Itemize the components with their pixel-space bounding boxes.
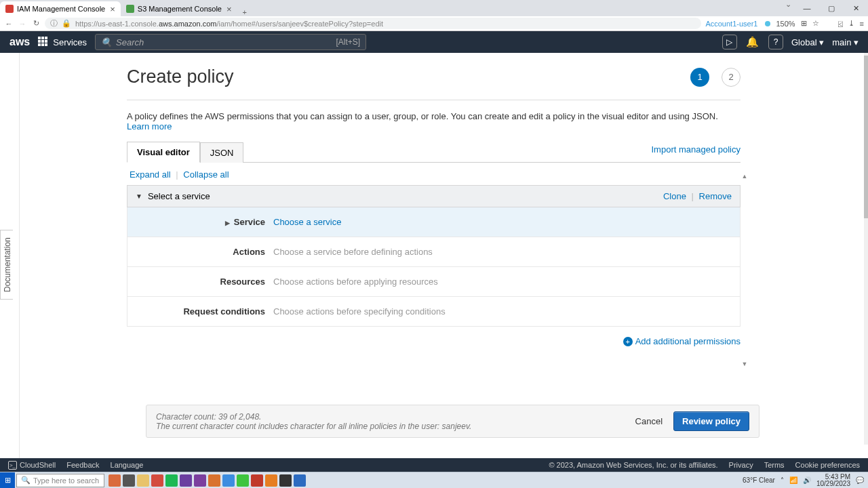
services-label: Services bbox=[53, 37, 87, 47]
cloudshell-icon[interactable]: ▷ bbox=[722, 35, 737, 49]
resources-row: Resources Choose actions before applying… bbox=[127, 267, 741, 297]
clone-link[interactable]: Clone bbox=[663, 191, 686, 201]
aws-footer: >_CloudShell Feedback Language © 2023, A… bbox=[0, 458, 868, 472]
clock[interactable]: 5:43 PM10/29/2023 bbox=[816, 474, 850, 487]
site-info-icon[interactable]: ⓘ bbox=[50, 18, 58, 28]
chevron-down-icon[interactable]: ⌄ bbox=[781, 0, 795, 16]
start-button[interactable]: ⊞ bbox=[0, 472, 15, 489]
privacy-link[interactable]: Privacy bbox=[729, 461, 753, 469]
conditions-value: Choose actions before specifying conditi… bbox=[273, 306, 446, 317]
cancel-button[interactable]: Cancel bbox=[635, 416, 663, 426]
wifi-icon[interactable]: 📶 bbox=[789, 476, 797, 484]
search-placeholder: Search bbox=[116, 37, 144, 47]
taskbar-app-icon[interactable] bbox=[208, 474, 220, 487]
main-content: Create policy 1 2 A policy defines the A… bbox=[19, 53, 864, 458]
search-icon: 🔍 bbox=[21, 476, 31, 485]
caret-right-icon: ▶ bbox=[225, 220, 230, 226]
taskbar-apps bbox=[108, 474, 306, 487]
taskbar-app-icon[interactable] bbox=[279, 474, 292, 487]
taskbar-search[interactable]: 🔍Type here to search bbox=[16, 474, 104, 487]
section-header[interactable]: ▼ Select a service Clone | Remove bbox=[127, 185, 741, 207]
service-row[interactable]: ▶Service Choose a service bbox=[127, 207, 741, 237]
actions-value: Choose a service before defining actions bbox=[273, 247, 433, 257]
tab-visual-editor[interactable]: Visual editor bbox=[127, 142, 200, 163]
region-selector[interactable]: Global ▾ bbox=[791, 37, 824, 47]
user-menu[interactable]: main ▾ bbox=[832, 37, 859, 47]
taskbar-app-icon[interactable] bbox=[108, 474, 121, 487]
menu-icon[interactable]: ≡ bbox=[860, 20, 864, 28]
services-menu[interactable]: Services bbox=[38, 37, 87, 47]
footer-action-bar: Character count: 39 of 2,048. The curren… bbox=[146, 405, 760, 438]
forward-button[interactable]: → bbox=[18, 19, 27, 28]
aws-logo[interactable]: aws bbox=[9, 36, 30, 48]
address-input[interactable]: ⓘ 🔒 https://us-east-1.console.aws.amazon… bbox=[45, 18, 701, 29]
close-window-button[interactable]: ✕ bbox=[844, 0, 868, 16]
back-button[interactable]: ← bbox=[4, 19, 14, 28]
language-link[interactable]: Language bbox=[111, 461, 144, 469]
taskbar-app-icon[interactable] bbox=[251, 474, 263, 487]
taskbar-app-icon[interactable] bbox=[294, 474, 306, 487]
account-label[interactable]: Account1-user1 bbox=[705, 20, 757, 28]
documentation-tab[interactable]: Documentation bbox=[0, 230, 13, 300]
service-label: Service bbox=[234, 217, 265, 227]
browser-address-bar: ← → ↻ ⓘ 🔒 https://us-east-1.console.aws.… bbox=[0, 16, 868, 31]
feedback-link[interactable]: Feedback bbox=[66, 461, 99, 469]
account-indicator-icon bbox=[765, 21, 770, 26]
reload-button[interactable]: ↻ bbox=[31, 19, 41, 28]
header-search[interactable]: 🔍 Search [Alt+S] bbox=[95, 34, 366, 50]
tab-json[interactable]: JSON bbox=[200, 142, 244, 163]
notifications-tray-icon[interactable]: 💬 bbox=[856, 476, 864, 484]
taskbar-tray: 63°F Clear ˄ 📶 🔊 5:43 PM10/29/2023 💬 bbox=[743, 474, 868, 487]
search-kbd-hint: [Alt+S] bbox=[336, 37, 360, 47]
install-icon[interactable]: ⤓ bbox=[848, 19, 854, 28]
taskbar-app-icon[interactable] bbox=[123, 474, 135, 487]
page-scrollbar[interactable] bbox=[864, 53, 868, 445]
minimize-button[interactable]: — bbox=[795, 0, 819, 16]
window-controls: ⌄ — ▢ ✕ bbox=[781, 0, 868, 16]
terms-link[interactable]: Terms bbox=[764, 461, 785, 469]
browser-tab-s3[interactable]: S3 Management Console × bbox=[121, 1, 237, 16]
panel-scrollbar[interactable]: ▲▼ bbox=[741, 173, 749, 367]
reader-icon[interactable]: ⍃ bbox=[838, 20, 843, 28]
close-tab-icon[interactable]: × bbox=[110, 4, 115, 14]
new-tab-button[interactable]: + bbox=[237, 8, 252, 16]
import-managed-policy-link[interactable]: Import managed policy bbox=[651, 144, 741, 159]
weather-widget[interactable]: 63°F Clear bbox=[743, 476, 775, 484]
cookie-link[interactable]: Cookie preferences bbox=[795, 461, 860, 469]
page-description: A policy defines the AWS permissions tha… bbox=[127, 111, 741, 131]
notifications-icon[interactable]: 🔔 bbox=[745, 35, 760, 49]
extensions-icon[interactable]: ⊞ bbox=[801, 19, 807, 28]
char-count-text: Character count: 39 of 2,048. The curren… bbox=[156, 412, 471, 431]
review-policy-button[interactable]: Review policy bbox=[673, 411, 749, 431]
taskbar-app-icon[interactable] bbox=[180, 474, 192, 487]
step-2[interactable]: 2 bbox=[722, 68, 741, 87]
taskbar-app-icon[interactable] bbox=[137, 474, 149, 487]
tray-chevron-icon[interactable]: ˄ bbox=[781, 476, 784, 484]
taskbar-app-icon[interactable] bbox=[194, 474, 206, 487]
tab-title: S3 Management Console bbox=[138, 5, 222, 13]
taskbar-app-icon[interactable] bbox=[265, 474, 277, 487]
zoom-level[interactable]: 150% bbox=[776, 20, 795, 28]
taskbar-app-icon[interactable] bbox=[165, 474, 178, 487]
help-icon[interactable]: ? bbox=[768, 35, 783, 49]
remove-link[interactable]: Remove bbox=[699, 191, 732, 201]
add-permissions-link[interactable]: +Add additional permissions bbox=[623, 336, 741, 346]
expand-all-link[interactable]: Expand all bbox=[130, 169, 171, 180]
browser-tab-iam[interactable]: IAM Management Console × bbox=[0, 1, 121, 16]
bookmark-icon[interactable]: ☆ bbox=[812, 19, 819, 28]
taskbar-app-icon[interactable] bbox=[151, 474, 163, 487]
choose-service-link[interactable]: Choose a service bbox=[273, 217, 341, 227]
grid-icon bbox=[38, 37, 49, 47]
plus-icon: + bbox=[623, 337, 633, 346]
tab-title: IAM Management Console bbox=[17, 5, 105, 13]
step-1[interactable]: 1 bbox=[690, 68, 709, 87]
taskbar-app-icon[interactable] bbox=[237, 474, 249, 487]
close-tab-icon[interactable]: × bbox=[226, 4, 232, 14]
sound-icon[interactable]: 🔊 bbox=[803, 476, 811, 484]
learn-more-link[interactable]: Learn more bbox=[127, 121, 172, 131]
maximize-button[interactable]: ▢ bbox=[819, 0, 844, 16]
expand-collapse-row: Expand all | Collapse all bbox=[127, 163, 741, 185]
collapse-all-link[interactable]: Collapse all bbox=[183, 169, 229, 180]
taskbar-app-icon[interactable] bbox=[222, 474, 235, 487]
cloudshell-link[interactable]: >_CloudShell bbox=[8, 461, 56, 470]
